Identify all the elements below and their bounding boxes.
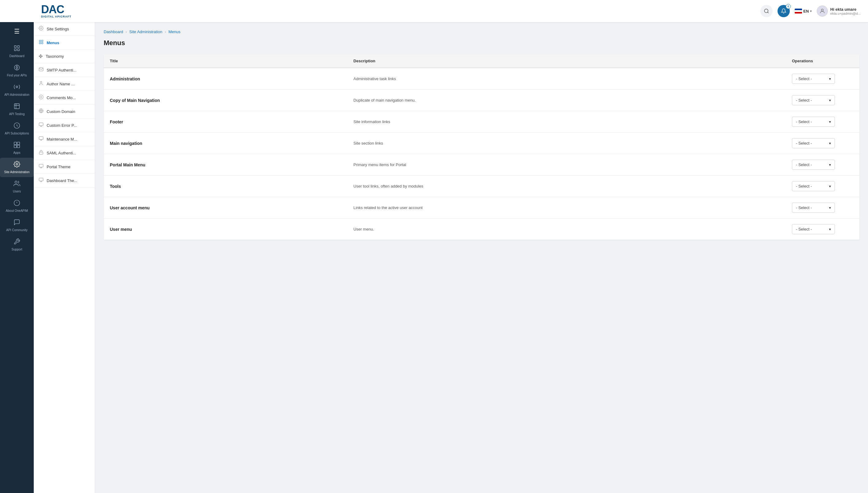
main-content: Dashboard › Site Administration › Menus … bbox=[95, 22, 868, 493]
svg-point-27 bbox=[41, 97, 42, 98]
body-layout: ☰ Dashboard Find your APIs API Administr… bbox=[0, 22, 868, 493]
sub-sidebar-item-dashboard-theme[interactable]: Dashboard The... bbox=[34, 174, 95, 188]
sidebar-item-api-community[interactable]: API Community bbox=[0, 216, 34, 235]
operations-select[interactable]: - Select - ▾ bbox=[792, 95, 835, 105]
row-operations: - Select - ▾ bbox=[792, 138, 853, 148]
sub-sidebar-item-taxonomy[interactable]: ✤ Taxonomy bbox=[34, 50, 95, 63]
logo: DAC DIGITAL APICRAFT bbox=[41, 4, 71, 18]
svg-rect-5 bbox=[15, 49, 16, 51]
sub-sidebar-item-portal-theme[interactable]: Portal Theme bbox=[34, 160, 95, 174]
sub-sidebar-item-author-name[interactable]: Author Name ... bbox=[34, 77, 95, 91]
sub-sidebar-item-saml-auth[interactable]: SAML Authenti... bbox=[34, 146, 95, 160]
breadcrumb-sep-2: › bbox=[165, 30, 166, 34]
table-row: User account menu Links related to the a… bbox=[104, 197, 860, 218]
notifications-button[interactable]: 0 bbox=[778, 5, 790, 17]
api-admin-icon bbox=[14, 84, 20, 92]
sidebar-item-find-apis[interactable]: Find your APIs bbox=[0, 61, 34, 81]
sidebar-item-about[interactable]: About OneAPIM bbox=[0, 196, 34, 216]
comments-icon bbox=[39, 94, 44, 101]
operations-select[interactable]: - Select - ▾ bbox=[792, 159, 835, 170]
sub-sidebar-item-label: Maintenance M... bbox=[47, 137, 77, 142]
svg-rect-37 bbox=[39, 164, 43, 167]
row-title: Main navigation bbox=[110, 141, 353, 146]
operations-select[interactable]: - Select - ▾ bbox=[792, 224, 835, 234]
chevron-down-icon: ▾ bbox=[829, 227, 831, 232]
operations-select[interactable]: - Select - ▾ bbox=[792, 181, 835, 191]
sidebar-toggle-button[interactable]: ☰ bbox=[10, 25, 24, 38]
breadcrumb-current: Menus bbox=[168, 29, 180, 34]
language-chevron-icon: ▾ bbox=[810, 9, 812, 13]
svg-point-16 bbox=[16, 163, 18, 165]
site-settings-icon bbox=[39, 26, 44, 32]
select-label: - Select - bbox=[796, 163, 812, 167]
sidebar-item-api-admin[interactable]: API Administration bbox=[0, 81, 34, 100]
menus-icon bbox=[39, 40, 44, 46]
row-operations: - Select - ▾ bbox=[792, 224, 853, 234]
sidebar-item-apps[interactable]: Apps bbox=[0, 138, 34, 158]
sidebar-item-dashboard[interactable]: Dashboard bbox=[0, 42, 34, 61]
sidebar-item-label: API Subscriptions bbox=[5, 132, 29, 135]
sidebar-item-support[interactable]: Support bbox=[0, 235, 34, 255]
search-button[interactable] bbox=[760, 5, 773, 17]
user-email: ekta.u+padmin@d... bbox=[830, 12, 861, 15]
row-title: Copy of Main Navigation bbox=[110, 98, 353, 103]
select-label: - Select - bbox=[796, 77, 812, 81]
sidebar-item-api-testing[interactable]: API Testing bbox=[0, 100, 34, 119]
apps-icon bbox=[14, 142, 20, 150]
sub-sidebar-item-comments-mo[interactable]: Comments Mo... bbox=[34, 91, 95, 105]
row-description: Links related to the active user account bbox=[353, 206, 792, 210]
svg-rect-25 bbox=[41, 42, 43, 44]
column-operations: Operations bbox=[792, 59, 853, 63]
svg-point-26 bbox=[40, 81, 42, 83]
svg-rect-4 bbox=[18, 46, 19, 48]
sub-sidebar-item-custom-domain[interactable]: Custom Domain bbox=[34, 105, 95, 119]
svg-point-11 bbox=[16, 86, 18, 88]
row-description: User tool links, often added by modules bbox=[353, 184, 792, 189]
operations-select[interactable]: - Select - ▾ bbox=[792, 202, 835, 213]
sidebar-item-label: About OneAPIM bbox=[6, 209, 28, 213]
row-title: User account menu bbox=[110, 206, 353, 210]
row-operations: - Select - ▾ bbox=[792, 117, 853, 127]
svg-rect-15 bbox=[17, 145, 20, 148]
sub-sidebar-item-label: Taxonomy bbox=[46, 54, 64, 59]
notification-badge: 0 bbox=[786, 4, 791, 9]
portal-theme-icon bbox=[39, 164, 44, 170]
language-selector[interactable]: EN ▾ bbox=[795, 8, 812, 14]
svg-rect-36 bbox=[39, 152, 43, 154]
api-testing-icon bbox=[14, 103, 20, 111]
logo-dac-text: DAC bbox=[41, 4, 71, 15]
row-description: User menu. bbox=[353, 227, 792, 232]
custom-domain-icon bbox=[39, 108, 44, 114]
select-label: - Select - bbox=[796, 184, 812, 189]
breadcrumb-dashboard[interactable]: Dashboard bbox=[104, 29, 123, 34]
sub-sidebar-item-smtp-auth[interactable]: SMTP Authenti... bbox=[34, 63, 95, 77]
sidebar-item-label: Site Administration bbox=[4, 170, 30, 174]
operations-select[interactable]: - Select - ▾ bbox=[792, 74, 835, 84]
find-apis-icon bbox=[14, 64, 20, 72]
sub-sidebar-item-label: Site Settings bbox=[47, 27, 69, 31]
svg-point-2 bbox=[821, 9, 824, 11]
hamburger-icon: ☰ bbox=[14, 28, 20, 35]
sidebar-item-users[interactable]: Users bbox=[0, 177, 34, 196]
custom-error-icon bbox=[39, 122, 44, 128]
sub-sidebar-item-site-settings[interactable]: Site Settings bbox=[34, 22, 95, 36]
sub-sidebar-item-label: Custom Error P... bbox=[47, 123, 77, 128]
sidebar-item-label: Find your APIs bbox=[7, 74, 27, 77]
sidebar-item-api-subscriptions[interactable]: API Subscriptions bbox=[0, 119, 34, 138]
operations-select[interactable]: - Select - ▾ bbox=[792, 138, 835, 148]
sub-sidebar-item-maintenance[interactable]: Maintenance M... bbox=[34, 132, 95, 146]
table-row: Main navigation Site section links - Sel… bbox=[104, 133, 860, 154]
site-admin-icon bbox=[14, 161, 20, 169]
select-label: - Select - bbox=[796, 141, 812, 146]
sub-sidebar-item-custom-error[interactable]: Custom Error P... bbox=[34, 119, 95, 132]
sub-sidebar-item-menus[interactable]: Menus bbox=[34, 36, 95, 50]
breadcrumb-site-admin[interactable]: Site Administration bbox=[130, 29, 163, 34]
menus-table: Title Description Operations Administrat… bbox=[104, 54, 860, 240]
user-menu[interactable]: Hi ekta umare ekta.u+padmin@d... bbox=[817, 5, 861, 17]
sub-sidebar-item-label: Comments Mo... bbox=[47, 95, 76, 100]
taxonomy-icon: ✤ bbox=[39, 53, 43, 59]
table-row: Copy of Main Navigation Duplicate of mai… bbox=[104, 90, 860, 111]
row-operations: - Select - ▾ bbox=[792, 181, 853, 191]
operations-select[interactable]: - Select - ▾ bbox=[792, 117, 835, 127]
sidebar-item-site-admin[interactable]: Site Administration bbox=[0, 158, 34, 177]
